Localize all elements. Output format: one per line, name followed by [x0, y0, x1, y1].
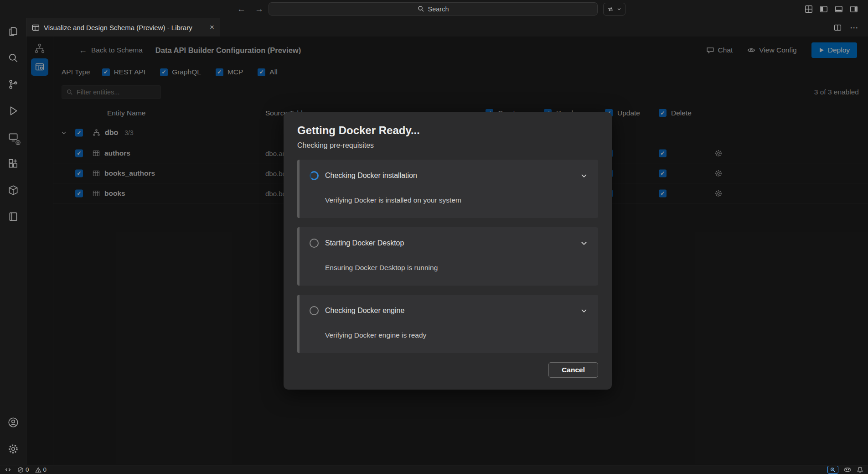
- zoom-indicator[interactable]: [827, 466, 838, 474]
- database-projects-icon[interactable]: [0, 203, 26, 230]
- step-docker-engine: Checking Docker engine Verifying Docker …: [297, 295, 598, 353]
- zoom-icon: [830, 467, 836, 473]
- extensions-icon[interactable]: [0, 151, 26, 177]
- containers-icon[interactable]: [0, 177, 26, 203]
- error-badge-icon: [16, 140, 21, 145]
- customize-layout-icon[interactable]: [805, 5, 813, 13]
- toggle-secondary-sidebar-icon[interactable]: [850, 5, 858, 13]
- chevron-down-icon[interactable]: [580, 239, 588, 247]
- status-bar: 0 0: [0, 465, 868, 474]
- warning-icon: [35, 467, 41, 473]
- toggle-panel-icon[interactable]: [835, 5, 843, 13]
- sync-icon: [607, 5, 614, 13]
- warnings-status[interactable]: 0: [35, 466, 47, 473]
- source-control-icon[interactable]: [0, 71, 26, 98]
- sql-server-icon[interactable]: [0, 124, 26, 151]
- run-debug-icon[interactable]: [0, 98, 26, 124]
- session-dropdown-button[interactable]: [603, 3, 625, 16]
- back-arrow-icon[interactable]: ←: [237, 4, 246, 14]
- remote-indicator-icon[interactable]: [5, 466, 11, 473]
- chevron-down-icon[interactable]: [580, 172, 588, 180]
- pending-circle-icon: [310, 306, 319, 315]
- tab-close-icon[interactable]: ×: [210, 23, 214, 32]
- settings-gear-icon[interactable]: [0, 436, 26, 462]
- tab-schema-designer[interactable]: Visualize and Design Schema (Preview) - …: [26, 18, 220, 36]
- more-actions-icon[interactable]: ⋯: [850, 22, 859, 33]
- step-docker-installation: Checking Docker installation Verifying D…: [297, 160, 598, 218]
- toggle-primary-sidebar-icon[interactable]: [820, 5, 828, 13]
- account-icon[interactable]: [0, 409, 26, 436]
- notifications-bell-icon[interactable]: [857, 466, 863, 473]
- command-search[interactable]: Search: [269, 2, 598, 16]
- pending-circle-icon: [310, 239, 319, 248]
- chevron-down-icon: [616, 6, 622, 12]
- explorer-icon[interactable]: [0, 18, 26, 45]
- history-nav: ← →: [237, 0, 264, 18]
- titlebar: ← → Search: [0, 0, 868, 18]
- dialog-subtitle: Checking pre-requisites: [297, 141, 598, 150]
- tab-title: Visualize and Design Schema (Preview) - …: [44, 24, 192, 31]
- docker-ready-dialog: Getting Docker Ready... Checking pre-req…: [284, 112, 612, 390]
- cancel-button[interactable]: Cancel: [548, 362, 598, 378]
- search-icon: [418, 5, 424, 12]
- spinner-icon: [310, 171, 319, 180]
- copilot-icon[interactable]: [844, 466, 851, 474]
- split-editor-icon[interactable]: [834, 24, 842, 31]
- search-view-icon[interactable]: [0, 45, 26, 71]
- chevron-down-icon[interactable]: [580, 307, 588, 315]
- error-icon: [17, 467, 24, 473]
- activity-bar: [0, 18, 26, 465]
- forward-arrow-icon[interactable]: →: [255, 4, 264, 14]
- dialog-title: Getting Docker Ready...: [297, 124, 598, 137]
- tab-bar: Visualize and Design Schema (Preview) - …: [26, 18, 868, 36]
- designer-tab-icon: [32, 24, 40, 31]
- search-placeholder: Search: [428, 5, 449, 13]
- errors-status[interactable]: 0: [17, 466, 29, 473]
- step-docker-desktop: Starting Docker Desktop Ensuring Docker …: [297, 227, 598, 286]
